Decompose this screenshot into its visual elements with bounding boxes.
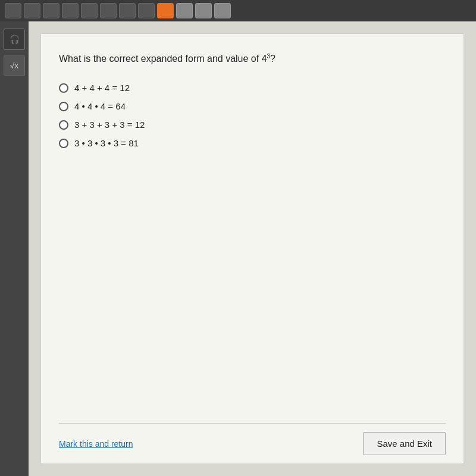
toolbar-btn-10[interactable]	[195, 3, 212, 18]
panel-spacer	[59, 160, 446, 423]
question-text: What is the correct expanded form and va…	[59, 52, 446, 66]
option-item-1[interactable]: 4 + 4 + 4 = 12	[59, 83, 446, 93]
toolbar-btn-1[interactable]	[5, 3, 21, 18]
toolbar-btn-11[interactable]	[214, 3, 231, 18]
option-label-3: 3 + 3 + 3 + 3 = 12	[74, 120, 145, 130]
toolbar-btn-7[interactable]	[119, 3, 136, 18]
main-layout: 🎧 √x What is the correct expanded form a…	[0, 21, 476, 476]
radio-option-3[interactable]	[59, 120, 68, 130]
toolbar-btn-3[interactable]	[43, 3, 60, 18]
toolbar-btn-6[interactable]	[100, 3, 117, 18]
option-item-2[interactable]: 4 • 4 • 4 = 64	[59, 101, 446, 111]
radio-option-2[interactable]	[59, 102, 68, 111]
toolbar-btn-5[interactable]	[81, 3, 98, 18]
option-label-2: 4 • 4 • 4 = 64	[74, 101, 126, 111]
save-and-exit-button[interactable]: Save and Exit	[363, 432, 446, 455]
headphones-icon[interactable]: 🎧	[4, 29, 25, 50]
toolbar-btn-8[interactable]	[138, 3, 155, 18]
top-toolbar	[0, 0, 476, 21]
content-area: What is the correct expanded form and va…	[29, 21, 476, 476]
toolbar-btn-9[interactable]	[176, 3, 193, 18]
toolbar-btn-orange[interactable]	[157, 3, 174, 18]
mark-this-return-link[interactable]: Mark this and return	[59, 439, 133, 449]
options-list: 4 + 4 + 4 = 12 4 • 4 • 4 = 64 3 + 3 + 3 …	[59, 83, 446, 148]
radio-option-4[interactable]	[59, 139, 68, 148]
radio-option-1[interactable]	[59, 83, 68, 93]
option-label-1: 4 + 4 + 4 = 12	[74, 83, 130, 93]
formula-icon[interactable]: √x	[4, 55, 25, 76]
question-panel: What is the correct expanded form and va…	[40, 33, 464, 464]
option-item-4[interactable]: 3 • 3 • 3 • 3 = 81	[59, 138, 446, 148]
option-label-4: 3 • 3 • 3 • 3 = 81	[74, 138, 139, 148]
toolbar-btn-2[interactable]	[24, 3, 40, 18]
left-sidebar: 🎧 √x	[0, 21, 29, 476]
bottom-bar: Mark this and return Save and Exit	[59, 423, 446, 464]
option-item-3[interactable]: 3 + 3 + 3 + 3 = 12	[59, 120, 446, 130]
toolbar-btn-4[interactable]	[62, 3, 79, 18]
